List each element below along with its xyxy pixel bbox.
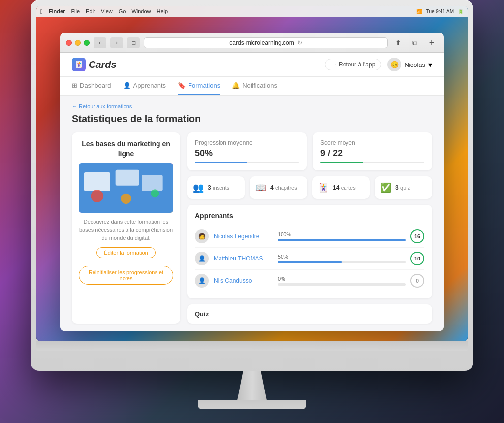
menu-help[interactable]: Help	[157, 8, 168, 14]
menu-go[interactable]: Go	[119, 8, 126, 14]
score-label: Score moyen	[320, 139, 424, 146]
breadcrumb[interactable]: Retour aux formations	[72, 103, 432, 109]
maximize-button[interactable]	[84, 40, 90, 46]
new-tab-button[interactable]: +	[425, 37, 438, 48]
menu-edit[interactable]: Edit	[86, 8, 95, 14]
forward-button[interactable]: ›	[110, 37, 123, 48]
progression-bar-fill	[195, 162, 247, 163]
header-right: → Retour à l'app 😊 Nicolas ▾	[325, 58, 432, 71]
learner-progress-bar-1	[278, 239, 406, 241]
apple-logo: 	[40, 8, 43, 15]
notifications-icon: 🔔	[232, 82, 240, 89]
menu-file[interactable]: File	[71, 8, 80, 14]
formation-title: Les bases du marketing en ligne	[79, 139, 173, 159]
learner-progress-bar-3	[278, 283, 406, 286]
menu-view[interactable]: View	[101, 8, 113, 14]
app-logo: 🃏 Cards	[72, 58, 117, 71]
learner-name-1[interactable]: Nicolas Legendre	[214, 233, 273, 240]
inscrits-unit: inscrits	[213, 185, 229, 191]
minimize-button[interactable]	[75, 40, 81, 46]
page-content: Retour aux formations Statistiques de la…	[60, 96, 444, 331]
cartes-value: 14	[333, 184, 339, 191]
formation-image	[79, 163, 173, 213]
url-bar[interactable]: cards-microlearning.com ↻	[144, 37, 388, 48]
app-nav: ⊞ Dashboard 👤 Apprenants 🔖 Formations	[60, 77, 444, 96]
quiz-value: 3	[395, 184, 399, 191]
formation-description: Découvrez dans cette formation les bases…	[79, 218, 173, 242]
menu-time: Tue 9:41 AM	[426, 9, 454, 14]
metric-inscrits: 👥 3 inscrits	[187, 176, 245, 199]
menu-wifi-icon: 📶	[416, 9, 422, 14]
learner-progress-label-1: 100%	[278, 231, 406, 237]
learner-progress-label-3: 0%	[278, 276, 406, 282]
score-value: 9 / 22	[320, 148, 424, 159]
back-button[interactable]: ‹	[94, 37, 106, 48]
menu-finder[interactable]: Finder	[49, 8, 65, 14]
nav-formations[interactable]: 🔖 Formations	[178, 77, 220, 95]
apprenants-icon: 👤	[123, 82, 131, 89]
formation-card: Les bases du marketing en ligne Découvre…	[72, 132, 180, 324]
nav-notifications[interactable]: 🔔 Notifications	[232, 77, 277, 95]
score-card: Score moyen 9 / 22	[313, 132, 432, 170]
progression-value: 50%	[195, 148, 299, 159]
progression-label: Progression moyenne	[195, 139, 299, 146]
logo-icon: 🃏	[72, 58, 86, 71]
metric-chapitres: 📖 4 chapitres	[250, 176, 307, 199]
menu-bar:  Finder File Edit View Go Window Help 📶…	[36, 6, 468, 17]
close-button[interactable]	[66, 40, 72, 46]
url-text: cards-microlearning.com	[229, 39, 294, 46]
nav-dashboard[interactable]: ⊞ Dashboard	[72, 77, 111, 95]
chapitres-icon: 📖	[255, 182, 266, 193]
menu-window[interactable]: Window	[131, 8, 151, 14]
formations-icon: 🔖	[178, 82, 186, 89]
progression-card: Progression moyenne 50%	[187, 132, 307, 170]
quiz-section-preview: Quiz	[187, 304, 432, 324]
right-panel: Progression moyenne 50% Score moyen	[187, 132, 432, 324]
progression-bar	[195, 162, 299, 163]
learner-row-2: 👤 Matthieu THOMAS 50%	[195, 248, 424, 270]
learner-name-3[interactable]: Nils Candusso	[214, 277, 273, 284]
share-button[interactable]: ⬆	[392, 37, 405, 48]
sidebar-toggle-button[interactable]: ⊟	[127, 37, 140, 48]
learners-card: Apprenants 🧑 Nicolas Legendre 100%	[187, 205, 432, 298]
cartes-icon: 🃏	[318, 182, 329, 193]
chapitres-unit: chapitres	[275, 185, 297, 191]
user-name: Nicolas	[404, 61, 425, 68]
back-to-app-button[interactable]: → Retour à l'app	[325, 59, 382, 70]
dashboard-icon: ⊞	[72, 82, 77, 89]
user-menu-button[interactable]: 😊 Nicolas ▾	[387, 58, 432, 71]
learner-name-2[interactable]: Matthieu THOMAS	[214, 255, 273, 262]
reset-progressions-button[interactable]: Réinitialiser les progressions et notes	[79, 266, 173, 285]
inscrits-icon: 👥	[193, 182, 204, 193]
refresh-icon[interactable]: ↻	[297, 39, 302, 46]
app-header: 🃏 Cards → Retour à l'app 😊 Nicolas ▾	[60, 53, 444, 77]
score-bar	[320, 162, 424, 163]
imac-stand-neck	[237, 371, 267, 400]
learner-progress-3: 0%	[278, 276, 406, 286]
quiz-icon: ✅	[380, 182, 391, 193]
learner-score-3: 0	[410, 274, 424, 288]
learner-avatar-3: 👤	[195, 274, 209, 288]
learner-progress-label-2: 50%	[278, 254, 406, 260]
metric-cartes: 🃏 14 cartes	[312, 176, 370, 199]
duplicate-button[interactable]: ⧉	[409, 37, 421, 48]
learner-row: 🧑 Nicolas Legendre 100%	[195, 226, 424, 248]
nav-apprenants[interactable]: 👤 Apprenants	[123, 77, 166, 95]
learner-progress-bar-2	[278, 261, 406, 263]
apple-logo-stand: 	[248, 419, 256, 423]
learner-avatar-1: 🧑	[195, 229, 209, 243]
learner-progress-2: 50%	[278, 254, 406, 263]
content-grid: Les bases du marketing en ligne Découvre…	[72, 132, 432, 324]
learners-title: Apprenants	[195, 212, 424, 220]
user-chevron-icon: ▾	[428, 60, 432, 69]
browser-chrome: ‹ › ⊟ cards-microlearning.com ↻ ⬆ ⧉ +	[60, 33, 444, 53]
cartes-unit: cartes	[341, 185, 356, 191]
browser-window: ‹ › ⊟ cards-microlearning.com ↻ ⬆ ⧉ +	[60, 33, 444, 331]
imac-stand-base	[198, 400, 306, 409]
stats-row: Progression moyenne 50% Score moyen	[187, 132, 432, 170]
edit-formation-button[interactable]: Éditer la formation	[96, 247, 155, 258]
learner-score-1: 16	[410, 229, 424, 243]
learner-avatar-2: 👤	[195, 252, 209, 265]
page-title: Statistiques de la formation	[72, 113, 432, 125]
menu-battery-icon: 🔋	[458, 9, 464, 14]
